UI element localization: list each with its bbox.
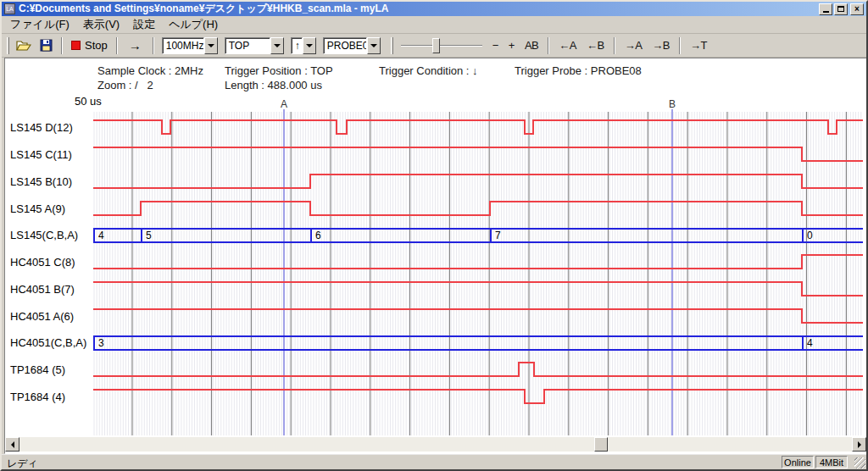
waveform-canvas[interactable]: AB4567034 — [93, 97, 863, 435]
status-bar: レディ Online 4MBit — [2, 454, 866, 469]
scroll-left-button[interactable] — [5, 437, 19, 452]
chevron-down-icon — [208, 44, 214, 47]
window-title: C:¥Documents and Settings¥noname¥デスクトップ¥… — [19, 2, 815, 16]
zoom-info: Zoom : / 2 — [97, 79, 153, 91]
svg-text:3: 3 — [98, 337, 104, 349]
trigger-edge-value: ↑ — [291, 37, 303, 54]
goto-trigger-button[interactable]: →T — [687, 37, 710, 53]
resize-grip[interactable] — [854, 457, 865, 468]
channel-label: LS145(C,B,A) — [10, 229, 78, 241]
zoom-out-button[interactable]: − — [489, 37, 502, 53]
channel-label: TP1684 (4) — [10, 391, 65, 403]
menu-item-view[interactable]: 表示(V) — [76, 15, 126, 34]
toolbar-separator — [548, 37, 549, 54]
channel-label: LS145 A(9) — [10, 202, 65, 215]
toolbar-separator — [61, 37, 63, 54]
menu-item-help[interactable]: ヘルプ(H) — [162, 15, 225, 34]
app-window: LA C:¥Documents and Settings¥noname¥デスクト… — [0, 0, 868, 471]
trigger-position-value: TOP — [225, 37, 270, 54]
set-marker-b-button[interactable]: →B — [648, 37, 673, 53]
goto-marker-b-button[interactable]: ←B — [583, 37, 608, 53]
close-button[interactable]: × — [850, 3, 864, 15]
trigger-probe-dropdown-button[interactable] — [367, 37, 381, 54]
minimize-icon — [823, 11, 829, 13]
goto-marker-a-button[interactable]: ←A — [555, 37, 580, 53]
trigger-position-dropdown-button[interactable] — [270, 37, 284, 54]
channel-label: HC4051 B(7) — [10, 283, 75, 296]
trigger-position-info: Trigger Position : TOP — [225, 64, 333, 77]
stop-icon — [71, 41, 81, 50]
channel-label: TP1684 (5) — [10, 363, 65, 376]
sample-clock-value: 100MHz — [162, 37, 204, 54]
arrow-left-icon — [11, 441, 14, 448]
ab-button[interactable]: AB — [521, 37, 542, 53]
trigger-probe-info: Trigger Probe : PROBE08 — [515, 64, 642, 77]
svg-text:5: 5 — [146, 230, 152, 241]
save-file-button[interactable] — [36, 37, 57, 53]
chevron-down-icon — [306, 44, 313, 47]
stop-label: Stop — [85, 39, 108, 52]
sample-clock-info: Sample Clock : 2MHz — [97, 64, 203, 77]
sample-clock-dropdown-button[interactable] — [204, 37, 218, 54]
toolbar-separator — [116, 37, 118, 54]
zoom-slider-thumb[interactable] — [432, 38, 440, 53]
channel-label: HC4051 A(6) — [10, 310, 74, 323]
minimize-button[interactable] — [819, 3, 832, 15]
toolbar: Stop → 100MHz TOP ↑ PROBE00 − + AB ←A — [2, 34, 866, 58]
svg-text:A: A — [281, 98, 287, 110]
run-button[interactable]: → — [122, 38, 148, 53]
length-info: Length : 488.000 us — [225, 79, 322, 91]
scroll-right-button[interactable] — [852, 437, 866, 452]
channel-label: HC4051 C(8) — [10, 256, 75, 269]
save-floppy-icon — [40, 39, 53, 52]
status-ready-text: レディ — [7, 457, 38, 471]
channel-label: HC4051(C,B,A) — [10, 336, 86, 349]
toolbar-separator — [614, 37, 615, 54]
set-marker-a-button[interactable]: →A — [621, 37, 646, 53]
stop-button[interactable]: Stop — [67, 37, 112, 53]
channel-label: LS145 B(10) — [10, 175, 72, 188]
toolbar-separator — [153, 37, 154, 54]
channel-label: LS145 C(11) — [10, 148, 72, 161]
svg-text:7: 7 — [495, 230, 501, 241]
menu-item-settings[interactable]: 設定 — [126, 15, 162, 34]
scrollbar-track[interactable] — [19, 437, 852, 452]
title-bar: LA C:¥Documents and Settings¥noname¥デスクト… — [2, 2, 866, 16]
sample-clock-combo[interactable]: 100MHz — [162, 37, 218, 54]
grid — [94, 112, 861, 435]
trigger-edge-dropdown-button[interactable] — [303, 37, 316, 54]
toolbar-separator — [679, 37, 681, 54]
zoom-slider-track — [401, 45, 482, 47]
open-file-button[interactable] — [12, 37, 36, 53]
run-arrow-icon: → — [129, 38, 142, 53]
svg-text:B: B — [669, 98, 676, 110]
toolbar-grip — [391, 37, 393, 54]
trigger-condition-info: Trigger Condition : ↓ — [379, 64, 478, 77]
horizontal-scrollbar[interactable] — [5, 437, 866, 452]
status-memory-badge: 4MBit — [815, 456, 848, 468]
chevron-down-icon — [274, 44, 281, 47]
app-icon: LA — [4, 3, 15, 14]
svg-text:4: 4 — [98, 230, 104, 241]
channel-label: LS145 D(12) — [10, 121, 73, 134]
trigger-probe-combo[interactable]: PROBE00 — [323, 37, 381, 54]
svg-text:6: 6 — [315, 230, 321, 241]
zoom-in-button[interactable]: + — [505, 37, 518, 53]
menu-item-file[interactable]: ファイル(F) — [3, 15, 76, 34]
svg-text:0: 0 — [807, 230, 813, 241]
toolbar-grip — [7, 37, 9, 54]
maximize-button[interactable] — [834, 3, 848, 15]
trigger-edge-combo[interactable]: ↑ — [291, 37, 316, 54]
status-online-badge: Online — [782, 456, 814, 468]
zoom-slider[interactable] — [401, 37, 482, 54]
maximize-icon — [837, 6, 844, 12]
chevron-down-icon — [370, 44, 377, 47]
trigger-probe-value: PROBE00 — [323, 37, 367, 54]
close-icon: × — [854, 4, 860, 14]
open-folder-icon — [16, 39, 31, 52]
menu-bar: ファイル(F) 表示(V) 設定 ヘルプ(H) — [2, 16, 866, 34]
trigger-position-combo[interactable]: TOP — [225, 37, 284, 54]
arrow-right-icon — [858, 441, 861, 448]
svg-text:4: 4 — [807, 337, 813, 349]
scrollbar-thumb[interactable] — [594, 437, 608, 452]
